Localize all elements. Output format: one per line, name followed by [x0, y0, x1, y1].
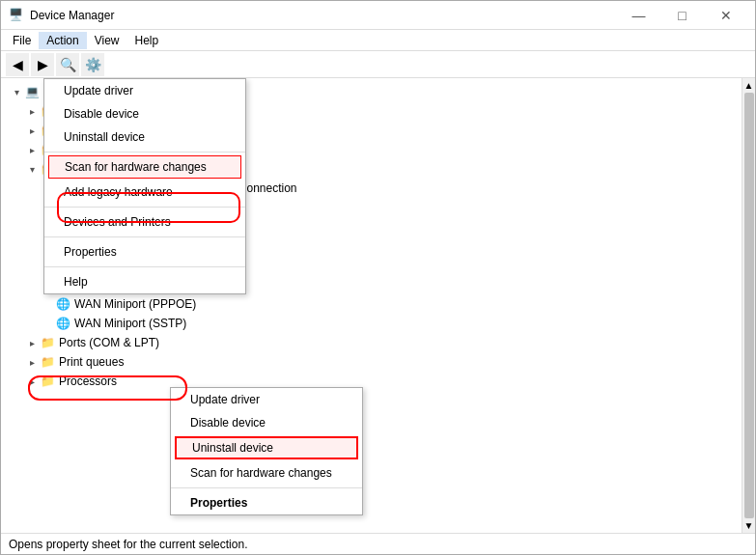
icon-root: 💻 [24, 84, 40, 99]
expander-proc[interactable]: ▸ [24, 374, 40, 389]
expander-ports[interactable]: ▸ [24, 335, 40, 350]
ctx2-scan-hardware[interactable]: Scan for hardware changes [171, 461, 362, 485]
label-wan6: WAN Miniport (PPPOE) [74, 297, 196, 311]
ctx2-update-driver[interactable]: Update driver [171, 388, 362, 411]
network-context-menu: Update driver Disable device Uninstall d… [170, 387, 363, 515]
app-icon: 🖥️ [9, 8, 24, 23]
action-dropdown-menu: Update driver Disable device Uninstall d… [43, 78, 246, 294]
label-proc: Processors [59, 375, 117, 388]
separator-4 [44, 266, 245, 267]
menu-view[interactable]: View [87, 32, 127, 49]
menu-file[interactable]: File [5, 32, 39, 49]
menu-help[interactable]: Help [127, 32, 167, 49]
expander-root[interactable]: ▾ [9, 84, 24, 99]
action-properties[interactable]: Properties [44, 240, 245, 264]
expander-print[interactable]: ▸ [24, 354, 40, 370]
window-title: Device Manager [30, 9, 114, 22]
label-wan7: WAN Miniport (SSTP) [74, 317, 186, 330]
expander-memory[interactable]: ▸ [24, 103, 40, 119]
icon-ports: 📁 [40, 335, 55, 350]
status-text: Opens property sheet for the current sel… [9, 538, 247, 551]
tree-item-wan6[interactable]: 🌐 WAN Miniport (PPPOE) [1, 294, 742, 314]
scrollbar[interactable]: ▲ ▼ [742, 78, 755, 533]
title-bar: 🖥️ Device Manager — □ ✕ [1, 1, 755, 30]
toolbar-btn-1[interactable]: ◀ [6, 53, 29, 76]
label-ports: Ports (COM & LPT) [59, 336, 159, 349]
expander-mice[interactable]: ▸ [24, 123, 40, 138]
scroll-up[interactable]: ▲ [744, 80, 754, 91]
tree-item-print[interactable]: ▸ 📁 Print queues [1, 352, 742, 372]
ctx2-disable-device[interactable]: Disable device [171, 411, 362, 434]
icon-wan7: 🌐 [55, 316, 70, 331]
menu-bar: File Action View Help [1, 30, 755, 51]
icon-print: 📁 [40, 354, 55, 370]
ctx2-properties[interactable]: Properties [171, 491, 362, 514]
ctx2-uninstall-device[interactable]: Uninstall device [175, 436, 358, 459]
label-print: Print queues [59, 355, 124, 369]
toolbar-btn-3[interactable]: 🔍 [56, 53, 79, 76]
action-scan-hardware[interactable]: Scan for hardware changes [48, 155, 241, 179]
action-update-driver[interactable]: Update driver [44, 79, 245, 102]
expander-monitors[interactable]: ▸ [24, 142, 40, 157]
ctx2-separator [171, 487, 362, 488]
separator-1 [44, 152, 245, 153]
content-area: ▾ 💻 DESKTOP-ABC123 ▸ 📁 Memory devices ▸ … [1, 78, 755, 533]
menu-action[interactable]: Action [39, 32, 86, 49]
title-left: 🖥️ Device Manager [9, 8, 114, 23]
scroll-thumb[interactable] [744, 93, 754, 518]
icon-proc: 📁 [40, 374, 55, 389]
action-disable-device[interactable]: Disable device [44, 102, 245, 125]
minimize-button[interactable]: — [617, 1, 660, 30]
expander-network[interactable]: ▾ [24, 161, 40, 177]
toolbar-btn-2[interactable]: ▶ [31, 53, 54, 76]
separator-2 [44, 207, 245, 208]
maximize-button[interactable]: □ [660, 1, 704, 30]
action-uninstall-device[interactable]: Uninstall device [44, 125, 245, 149]
tree-item-wan7[interactable]: 🌐 WAN Miniport (SSTP) [1, 314, 742, 333]
tree-item-ports[interactable]: ▸ 📁 Ports (COM & LPT) [1, 333, 742, 352]
scroll-down[interactable]: ▼ [744, 520, 754, 531]
toolbar: ◀ ▶ 🔍 ⚙️ [1, 51, 755, 78]
action-add-legacy[interactable]: Add legacy hardware [44, 180, 245, 204]
action-devices-printers[interactable]: Devices and Printers [44, 210, 245, 234]
title-controls: — □ ✕ [617, 1, 747, 30]
separator-3 [44, 236, 245, 237]
close-button[interactable]: ✕ [704, 1, 747, 30]
icon-wan6: 🌐 [55, 296, 70, 312]
action-help[interactable]: Help [44, 270, 245, 293]
device-manager-window: 🖥️ Device Manager — □ ✕ File Action View… [0, 0, 756, 555]
status-bar: Opens property sheet for the current sel… [1, 533, 755, 554]
toolbar-btn-4[interactable]: ⚙️ [81, 53, 104, 76]
tree-item-proc[interactable]: ▸ 📁 Processors [1, 372, 742, 391]
